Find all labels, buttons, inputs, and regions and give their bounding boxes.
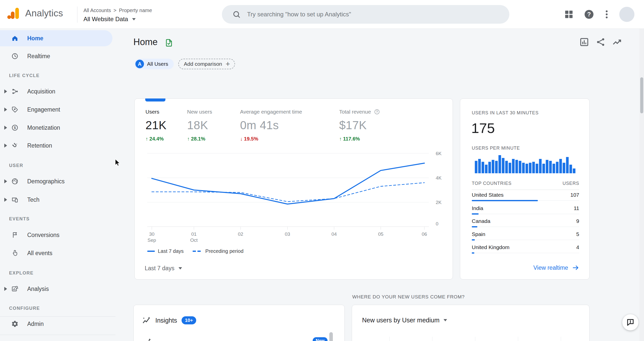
- more-menu-icon[interactable]: [601, 9, 612, 20]
- sidebar-item-label: Realtime: [27, 53, 50, 60]
- users-per-minute-bar-chart: [475, 155, 576, 174]
- metric-label: New users: [187, 109, 212, 115]
- vertical-gridline: [475, 337, 475, 341]
- top-countries-header: TOP COUNTRIES USERS: [472, 181, 579, 190]
- metric-users[interactable]: Users21K↑ 24.4%: [145, 109, 166, 142]
- tech-icon: [11, 196, 19, 203]
- doc-check-icon: [164, 38, 173, 48]
- breadcrumb: All Accounts>Property name: [83, 8, 152, 13]
- search-input[interactable]: [247, 11, 474, 18]
- logo[interactable]: Analytics: [7, 6, 63, 21]
- svg-text:01: 01: [191, 231, 196, 237]
- metric-label: Average engagement time: [240, 109, 302, 115]
- metric-value: 21K: [145, 118, 166, 132]
- vertical-gridline: [561, 337, 561, 341]
- insights-trending-icon[interactable]: [612, 37, 622, 47]
- sidebar-item-label: Admin: [27, 321, 44, 327]
- sidebar-item-tech[interactable]: Tech: [0, 192, 112, 208]
- property-selector-label: All Website Data: [83, 16, 128, 23]
- insights-count-badge[interactable]: 10+: [182, 316, 196, 324]
- sidebar-item-conversions[interactable]: Conversions: [0, 227, 112, 243]
- expand-caret-icon[interactable]: [4, 287, 7, 291]
- metric-total-revenue[interactable]: Total revenue?$17K↑ 117.6%: [339, 109, 380, 142]
- metric-label-text: Average engagement time: [240, 109, 302, 115]
- sidebar-bottom-divider: [0, 335, 115, 335]
- expand-caret-icon[interactable]: [4, 144, 7, 148]
- expand-caret-icon[interactable]: [4, 198, 7, 202]
- country-bar: [472, 200, 538, 201]
- add-comparison-button[interactable]: Add comparison +: [178, 59, 235, 69]
- chat-bubble-icon: [626, 318, 635, 327]
- country-users-value: 5: [576, 231, 579, 237]
- home-icon: [11, 35, 19, 42]
- search-icon: [232, 10, 241, 18]
- sidebar-item-acquisition[interactable]: Acquisition: [0, 83, 112, 99]
- metric-new-users[interactable]: New users18K↑ 28.1%: [187, 109, 212, 142]
- country-users-value: 107: [570, 192, 579, 198]
- clock-icon: [11, 52, 19, 60]
- metric-value: 0m 41s: [240, 118, 302, 132]
- expand-caret-icon[interactable]: [4, 179, 7, 183]
- realtime-users-value: 175: [471, 120, 495, 136]
- metric-delta: ↑ 28.1%: [187, 136, 212, 142]
- metric-label: Users: [145, 109, 166, 115]
- sidebar-section-header-life-cycle: LIFE CYCLE: [9, 73, 40, 78]
- svg-text:02: 02: [238, 231, 243, 237]
- vertical-gridline: [432, 337, 432, 341]
- sidebar-item-all-events[interactable]: All events: [0, 245, 112, 261]
- expand-caret-icon[interactable]: [4, 126, 7, 130]
- svg-text:05: 05: [378, 231, 383, 237]
- feedback-chat-button[interactable]: [622, 314, 638, 330]
- customize-report-icon[interactable]: [579, 37, 590, 47]
- country-bar-track: [472, 253, 579, 253]
- property-selector[interactable]: All Website Data: [83, 16, 136, 23]
- sidebar-item-label: Home: [27, 35, 43, 42]
- sidebar-item-demographics[interactable]: Demographics: [0, 173, 112, 189]
- country-bar: [472, 239, 475, 241]
- country-bar: [472, 213, 479, 215]
- view-realtime-link[interactable]: View realtime: [533, 264, 579, 271]
- insights-scrollbar-thumb[interactable]: [329, 332, 333, 341]
- sidebar-item-home[interactable]: Home: [0, 30, 112, 46]
- metric-label: Total revenue?: [339, 109, 380, 115]
- page-scrollbar-thumb[interactable]: [640, 77, 643, 113]
- top-countries-col-label: TOP COUNTRIES: [472, 181, 512, 186]
- sidebar-item-monetization[interactable]: $Monetization: [0, 120, 112, 136]
- segment-chip-all-users[interactable]: A All Users: [134, 59, 174, 69]
- card-tab-indicator: [145, 98, 165, 101]
- avatar[interactable]: [619, 7, 634, 22]
- analytics-logo-icon: [7, 6, 21, 21]
- metric-label-text: Total revenue: [339, 109, 371, 115]
- apps-grid-icon[interactable]: [563, 9, 574, 20]
- breadcrumb-property[interactable]: Property name: [119, 8, 152, 13]
- expand-caret-icon[interactable]: [4, 89, 7, 93]
- sidebar-item-retention[interactable]: Retention: [0, 138, 112, 154]
- share-icon[interactable]: [595, 37, 606, 47]
- country-row-spain: Spain5: [472, 231, 579, 237]
- new-users-dimension-selector[interactable]: New users by User medium: [362, 317, 447, 324]
- metric-average-engagement-time[interactable]: Average engagement time0m 41s↓ 19.5%: [240, 109, 302, 142]
- segment-avatar: A: [135, 60, 144, 68]
- expand-caret-icon[interactable]: [4, 108, 7, 112]
- gear-icon: [11, 320, 19, 328]
- svg-text:?: ?: [376, 110, 378, 114]
- country-row-canada: Canada9: [472, 218, 579, 224]
- country-bar-track: [472, 214, 579, 214]
- svg-text:4K: 4K: [436, 175, 442, 181]
- sidebar-item-analysis[interactable]: Analysis: [0, 281, 112, 297]
- sidebar-item-admin[interactable]: Admin: [0, 316, 112, 332]
- date-range-selector[interactable]: Last 7 days: [145, 265, 182, 272]
- sidebar-item-engagement[interactable]: Engagement: [0, 101, 112, 118]
- page-scrollbar-track[interactable]: [639, 29, 644, 341]
- help-icon[interactable]: ?: [583, 9, 595, 20]
- app-header: Analytics All Accounts>Property name All…: [0, 0, 644, 29]
- demographics-icon: [11, 178, 19, 185]
- breadcrumb-all-accounts[interactable]: All Accounts: [83, 8, 111, 13]
- view-realtime-label: View realtime: [533, 264, 568, 271]
- sidebar-item-realtime[interactable]: Realtime: [0, 48, 112, 64]
- help-circle-icon[interactable]: ?: [374, 109, 380, 115]
- header-divider: [77, 7, 77, 23]
- search-bar[interactable]: [222, 5, 509, 24]
- country-name: India: [472, 205, 483, 211]
- sidebar-item-label: Analysis: [27, 286, 49, 292]
